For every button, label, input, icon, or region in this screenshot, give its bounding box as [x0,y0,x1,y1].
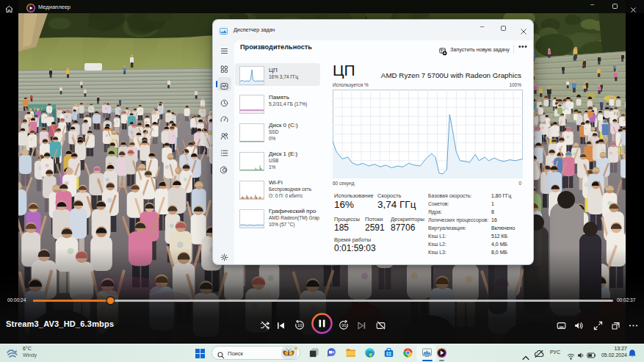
svg-text:30: 30 [341,323,346,327]
svg-text:10: 10 [297,323,302,327]
